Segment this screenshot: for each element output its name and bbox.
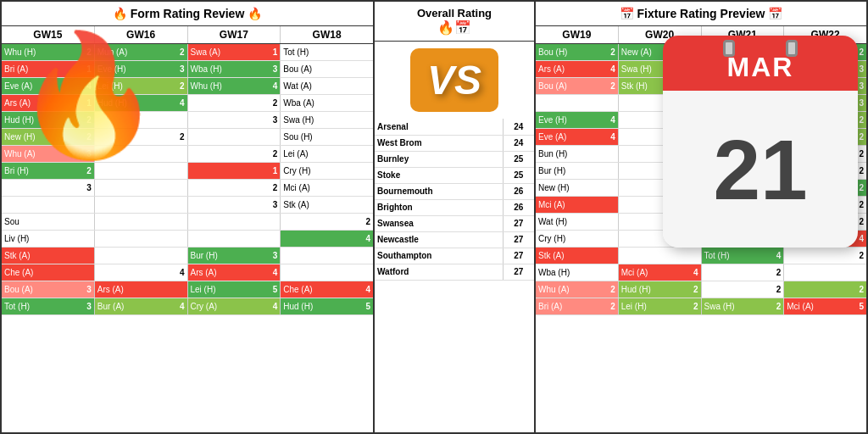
col-gw17: GW17 bbox=[188, 26, 281, 43]
cell-rating: 2 bbox=[86, 115, 92, 125]
cell-team: Cry (A) bbox=[704, 47, 732, 57]
table-cell: Cry (H) bbox=[281, 163, 373, 179]
table-cell: 2 bbox=[784, 248, 866, 264]
table-cell: Bur (A)3 bbox=[784, 61, 866, 77]
table-cell: Bur (H)3 bbox=[702, 78, 785, 94]
table-cell bbox=[281, 264, 373, 281]
cell-rating: 2 bbox=[610, 47, 615, 57]
cell-team: Stk (A) bbox=[538, 251, 565, 260]
cell-team: Mun (A) bbox=[97, 47, 128, 57]
table-cell: 3 bbox=[188, 197, 281, 213]
table-cell: Mci (A)5 bbox=[784, 298, 866, 314]
table-cell bbox=[95, 112, 188, 128]
cell-rating: 2 bbox=[693, 285, 698, 294]
cell-team: Sou (H) bbox=[283, 132, 312, 142]
overall-team-score: 27 bbox=[503, 248, 534, 264]
overall-team-name: Watford bbox=[375, 264, 503, 280]
cell-team: Bur (H) bbox=[704, 81, 732, 91]
table-row: Bri (A)1Eve (H)3Wba (H)3Bou (A) bbox=[2, 61, 373, 78]
cell-team: Bri (H) bbox=[4, 166, 29, 175]
overall-team-name: Burnley bbox=[375, 151, 503, 167]
overall-team-name: Southampton bbox=[375, 248, 503, 264]
table-row: Bou (A)2Stk (H)2Bur (H)3Lei (A)3 bbox=[536, 78, 866, 95]
cell-team: Mci (A) bbox=[538, 200, 565, 209]
cell-team: Mci (A) bbox=[621, 268, 648, 277]
cell-team: Bou (A) bbox=[538, 81, 567, 91]
table-row: Liv (H)4 bbox=[2, 231, 373, 248]
cell-rating: 1 bbox=[86, 98, 92, 108]
cell-rating: 2 bbox=[273, 183, 278, 192]
main-container: 🔥 Form Rating Review 🔥 GW15 GW16 GW17 GW… bbox=[0, 0, 868, 434]
table-row: Tot (H)3Bur (A)4Cry (A)4Hud (H)5 bbox=[2, 298, 373, 315]
table-row: Stk (A)Bur (H)3 bbox=[2, 248, 373, 264]
cell-rating: 2 bbox=[180, 81, 185, 91]
cell-team: Mci (A) bbox=[283, 183, 310, 192]
cell-team: New (H) bbox=[4, 132, 36, 142]
table-cell bbox=[95, 146, 188, 162]
table-cell: 2 bbox=[784, 112, 866, 128]
cell-team: Eve (A) bbox=[4, 81, 32, 91]
right-table-body: Bou (H)2New (A)2Cry (A)2Wat (H)2Ars (A)4… bbox=[536, 44, 866, 432]
cell-rating: 4 bbox=[776, 251, 782, 260]
table-cell: New (H) bbox=[536, 180, 619, 196]
col-gw22: GW22 bbox=[784, 26, 866, 43]
cell-rating: 2 bbox=[610, 81, 615, 91]
cell-team: Wat (H) bbox=[538, 217, 567, 226]
table-cell: Hud (H)2 bbox=[2, 112, 95, 128]
form-rating-header: 🔥 Form Rating Review 🔥 bbox=[2, 2, 373, 26]
cell-rating: 2 bbox=[86, 132, 92, 142]
table-cell: Sou (H) bbox=[281, 129, 373, 145]
table-cell: Eve (H)4 bbox=[536, 112, 619, 128]
table-cell: Swa (H)2 bbox=[702, 298, 785, 314]
table-cell: 2 bbox=[702, 264, 785, 281]
table-cell: Eve (A)4 bbox=[2, 78, 95, 94]
cell-rating: 4 bbox=[693, 268, 698, 277]
overall-team-score: 25 bbox=[503, 167, 534, 183]
cell-team: Mci (A) bbox=[787, 302, 814, 311]
cell-team: Bri (A) bbox=[4, 64, 28, 74]
table-cell: Swa (H)2 bbox=[619, 61, 702, 77]
cell-rating: 3 bbox=[273, 251, 278, 260]
cell-rating: 2 bbox=[365, 217, 370, 226]
table-cell bbox=[95, 214, 188, 230]
table-cell bbox=[784, 264, 866, 281]
table-cell: Whu (A)2 bbox=[536, 281, 619, 298]
cell-team: Lei (H) bbox=[97, 81, 123, 91]
col-gw21: GW21 bbox=[702, 26, 785, 43]
table-cell: Eve (H)3 bbox=[95, 61, 188, 77]
cell-team: Wba (A) bbox=[283, 98, 314, 108]
table-cell bbox=[281, 248, 373, 264]
cell-rating: 5 bbox=[859, 302, 864, 311]
col-gw18: GW18 bbox=[281, 26, 373, 43]
cell-team: Cry (H) bbox=[283, 166, 310, 175]
table-cell bbox=[619, 180, 702, 196]
overall-table-row: Arsenal24 bbox=[375, 119, 534, 135]
table-cell: Stk (A) bbox=[2, 248, 95, 264]
table-cell bbox=[619, 214, 702, 230]
table-cell bbox=[702, 180, 785, 196]
table-cell: Liv (H) bbox=[2, 231, 95, 247]
table-cell: 4 bbox=[95, 264, 188, 281]
overall-table-row: Stoke25 bbox=[375, 167, 534, 183]
cell-rating: 3 bbox=[86, 285, 92, 294]
cell-rating: 3 bbox=[776, 81, 782, 91]
overall-table-container: Arsenal24West Brom24Burnley25Stoke25Bour… bbox=[375, 119, 534, 432]
table-cell: 2 bbox=[784, 214, 866, 230]
cell-team: New (H) bbox=[538, 183, 570, 192]
table-row: Bri (H)21Cry (H) bbox=[2, 163, 373, 180]
cell-rating: 4 bbox=[610, 64, 615, 74]
table-cell bbox=[619, 112, 702, 128]
overall-team-score: 24 bbox=[503, 135, 534, 151]
cell-team: Whu (H) bbox=[191, 81, 222, 91]
table-cell: 2 bbox=[95, 129, 188, 145]
table-row: Bun (H)2 bbox=[536, 146, 866, 163]
cell-rating: 3 bbox=[776, 64, 782, 74]
overall-table-row: Brighton26 bbox=[375, 199, 534, 215]
cell-team: Hud (H) bbox=[621, 285, 651, 294]
cell-team: Sou bbox=[4, 217, 19, 226]
table-cell bbox=[702, 163, 785, 179]
cell-team: Lei (H) bbox=[704, 64, 730, 74]
cell-team: Wba (H) bbox=[191, 64, 222, 74]
cell-team: Cry (H) bbox=[538, 234, 565, 243]
table-row: Bri (A)2Lei (H)2Swa (H)2Mci (A)5 bbox=[536, 298, 866, 315]
